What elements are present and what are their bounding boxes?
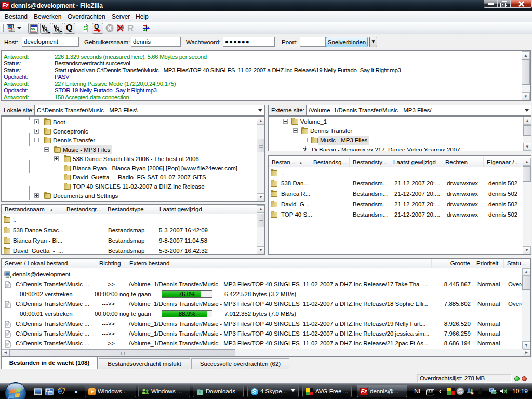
svg-text:F: F	[59, 29, 62, 33]
svg-text:L: L	[47, 29, 50, 33]
